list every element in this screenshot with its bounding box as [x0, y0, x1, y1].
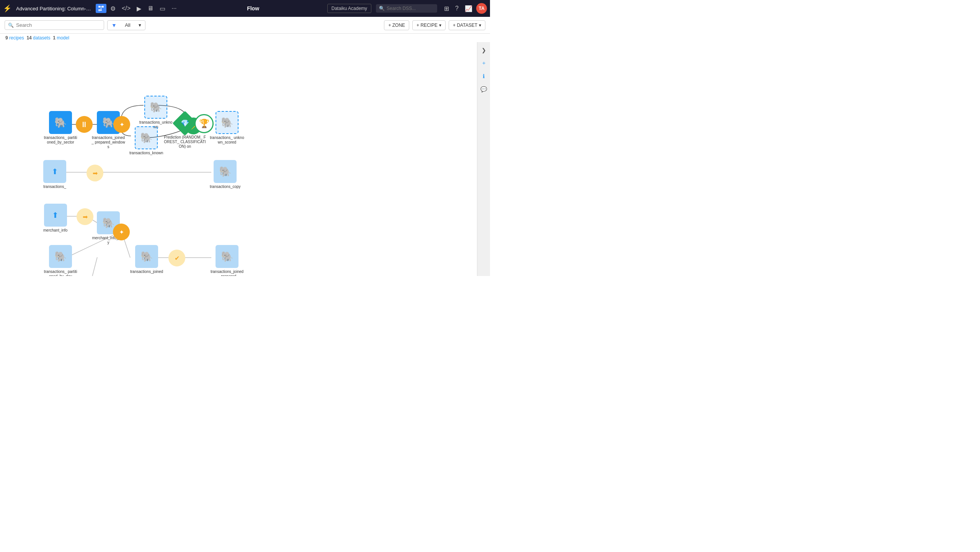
deploy-nav-btn[interactable]: 🖥	[145, 3, 156, 13]
node-transactions-unknown-scored[interactable]: 🐘 transactions_ unknown_scored	[210, 111, 244, 145]
model-link[interactable]: model	[57, 35, 69, 41]
recipe-circle-prep4: ✔	[168, 250, 185, 266]
add-zone-btn[interactable]: + ZONE	[384, 20, 409, 30]
add-dataset-btn[interactable]: + DATASET ▾	[449, 20, 485, 30]
node-box-tj: 🐘	[135, 245, 158, 268]
node-merchant-info[interactable]: ⬆ merchant_info	[43, 204, 67, 233]
node-box-tjp: 🐘	[216, 245, 238, 268]
node-transactions-partitioned-by-day[interactable]: 🐘 transactions_ partitioned_by_day	[43, 245, 78, 276]
node-transactions[interactable]: ⬆ transactions_	[43, 160, 66, 189]
node-box-tpbd: 🐘	[49, 245, 72, 268]
node-transactions-known[interactable]: 🐘 transactions_known	[129, 126, 163, 155]
canvas-area: ❯ ＋ ℹ 💬	[0, 42, 490, 276]
sidebar-chat-btn[interactable]: 💬	[479, 84, 489, 94]
help-nav-btn[interactable]: ?	[453, 3, 461, 13]
node-label-tjp: transactions_joined_ prepared	[210, 269, 244, 276]
recipe-circle-join: ⏸	[76, 116, 93, 133]
node-box-tk: 🐘	[135, 126, 158, 149]
add-recipe-label: + RECIPE	[416, 23, 438, 28]
nav-search-wrap: 🔍	[376, 4, 437, 13]
recipe-circle-sync: ➡	[87, 165, 103, 181]
filter-label: All	[125, 22, 130, 28]
flow-label: Flow	[241, 5, 265, 11]
node-transactions-partitioned-by-sector[interactable]: 🐘 transactions_ partitioned_by_sector	[43, 111, 78, 145]
node-transactions-copy[interactable]: 🐘 transactions_copy	[210, 160, 241, 189]
model-count: 1	[53, 35, 56, 41]
run-nav-btn[interactable]: ▶	[134, 3, 144, 14]
recipes-count: 9	[5, 35, 8, 41]
recipes-link[interactable]: recipes	[9, 35, 24, 41]
toolbar: 🔍 ▼ All ▾ + ZONE + RECIPE ▾ + DATASET ▾	[0, 17, 490, 34]
node-label-tpbd: transactions_ partitioned_by_day	[43, 269, 78, 276]
node-tjp[interactable]: 🐘 transactions_joined_ prepared	[210, 245, 244, 276]
project-title: Advanced Partitioning: Column-Based (Tut…	[16, 6, 93, 11]
academy-btn[interactable]: Dataiku Academy	[327, 4, 371, 13]
add-recipe-btn[interactable]: + RECIPE ▾	[412, 20, 446, 30]
analytics-nav-btn[interactable]: 📈	[462, 3, 475, 14]
more-nav-btn[interactable]: ···	[169, 3, 179, 13]
node-label-tus: transactions_ unknown_scored	[210, 136, 244, 145]
recipe-circle-join4: ✦	[113, 224, 130, 240]
nav-search-input[interactable]	[376, 4, 437, 13]
node-transactions-joined[interactable]: 🐘 transactions_joined	[130, 245, 163, 274]
filter-icon: ▼	[111, 22, 117, 28]
datasets-link[interactable]: datasets	[33, 35, 50, 41]
node-box-mi: ⬆	[44, 204, 67, 227]
dataset-dropdown-icon: ▾	[479, 23, 481, 28]
svg-rect-2	[101, 10, 102, 11]
node-label-tj: transactions_joined	[130, 269, 163, 274]
svg-rect-1	[102, 6, 103, 7]
sidebar-collapse-btn[interactable]: ❯	[479, 45, 489, 55]
dashboard-nav-btn[interactable]: ▭	[157, 3, 168, 14]
node-box-tus: 🐘	[216, 111, 238, 134]
node-label-mi: merchant_info	[43, 228, 67, 233]
code-nav-btn[interactable]: </>	[119, 3, 133, 13]
datasets-count: 14	[26, 35, 31, 41]
svg-line-19	[87, 257, 97, 276]
nav-right-icons: ⊞ ? 📈 TA	[442, 3, 487, 14]
flow-nav-btn[interactable]	[96, 4, 106, 13]
node-label-t: transactions_	[43, 185, 66, 189]
recipe-prepare-row4[interactable]: ✔	[168, 250, 185, 266]
connections-svg	[0, 42, 490, 276]
node-box-tpbs: 🐘	[49, 111, 72, 134]
filter-btn[interactable]: ▼ All ▾	[107, 20, 145, 30]
recipe-dropdown-icon: ▾	[439, 23, 441, 28]
node-label-prediction: Prediction (RANDOM_ FOREST_ CLASSIFICATI…	[164, 135, 206, 149]
recipe-split[interactable]: ✦	[113, 116, 130, 133]
recipe-circle-split: ✦	[113, 116, 130, 133]
settings-nav-btn[interactable]: ⚙	[108, 3, 118, 14]
svg-rect-0	[99, 6, 100, 7]
logo-icon: ⚡	[3, 4, 11, 13]
summary-bar: 9 recipes 14 datasets 1 model	[0, 34, 490, 42]
top-nav: ⚡ Advanced Partitioning: Column-Based (T…	[0, 0, 490, 17]
grid-nav-btn[interactable]: ⊞	[442, 3, 451, 14]
node-label-tk: transactions_known	[129, 151, 163, 155]
main-content: ⚡ Advanced Partitioning: Column-Based (T…	[0, 0, 490, 276]
recipe-join-row4[interactable]: ✦	[113, 224, 130, 240]
filter-dropdown-icon: ▾	[139, 22, 141, 28]
node-label-tpbs: transactions_ partitioned_by_sector	[43, 136, 78, 145]
search-icon: 🔍	[8, 23, 14, 28]
flow-search-input[interactable]	[16, 22, 101, 28]
right-sidebar: ❯ ＋ ℹ 💬	[477, 42, 490, 276]
node-box-t: ⬆	[43, 160, 66, 183]
recipe-join-prepare[interactable]: ⏸	[76, 116, 93, 133]
sidebar-add-btn[interactable]: ＋	[479, 58, 489, 68]
node-box-tc: 🐘	[214, 160, 237, 183]
recipe-sync[interactable]: ➡	[87, 165, 103, 181]
user-avatar[interactable]: TA	[476, 3, 487, 14]
node-label-tc: transactions_copy	[210, 185, 241, 189]
toolbar-search-wrap: 🔍	[5, 20, 104, 30]
node-label-tjpw: transactions_joined_ prepared_windows	[91, 136, 126, 149]
add-dataset-label: + DATASET	[453, 23, 477, 28]
sidebar-info-btn[interactable]: ℹ	[479, 71, 489, 81]
